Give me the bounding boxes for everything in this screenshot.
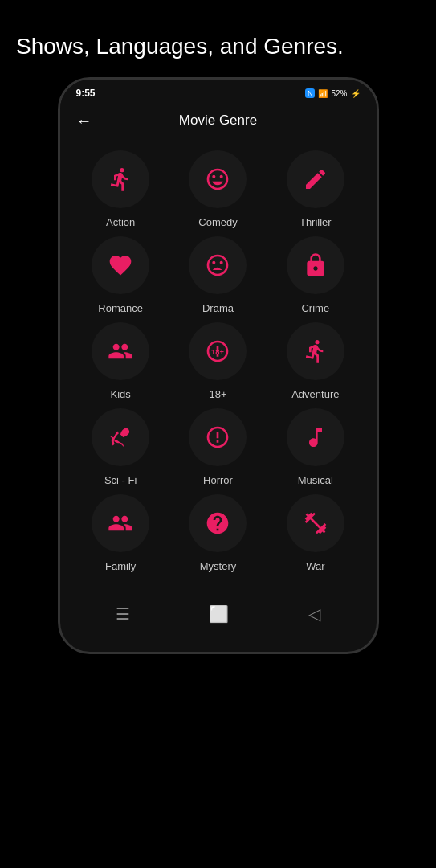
back-nav-icon[interactable]: ◁: [308, 604, 320, 624]
genre-label-kids: Kids: [111, 388, 131, 400]
genre-item-18plus[interactable]: 18+ 18+: [173, 322, 263, 400]
genre-item-drama[interactable]: Drama: [173, 236, 263, 314]
genre-circle-scifi: [92, 408, 149, 466]
genre-label-comedy: Comedy: [198, 216, 237, 228]
horror-icon: [205, 424, 230, 450]
genre-circle-family: [92, 494, 149, 552]
genre-item-adventure[interactable]: Adventure: [271, 322, 360, 400]
genre-label-family: Family: [105, 560, 136, 572]
genre-label-horror: Horror: [203, 474, 233, 486]
comedy-icon: [205, 166, 230, 192]
genre-circle-horror: [189, 408, 247, 466]
genre-label-adventure: Adventure: [291, 388, 339, 400]
wifi-icon: 📶: [318, 89, 328, 98]
genre-item-comedy[interactable]: Comedy: [173, 150, 263, 228]
genre-circle-crime: [287, 236, 344, 294]
genre-label-war: War: [306, 560, 324, 572]
genre-item-scifi[interactable]: Sci - Fi: [76, 408, 165, 486]
genre-label-romance: Romance: [98, 302, 143, 314]
genre-item-musical[interactable]: Musical: [271, 408, 360, 486]
thriller-icon: [303, 166, 328, 192]
genre-circle-kids: [92, 322, 149, 380]
page-background-title: Shows, Languages, and Genres.: [0, 0, 436, 77]
genre-circle-drama: [189, 236, 247, 294]
musical-icon: [303, 424, 328, 450]
18plus-icon: 18+: [205, 338, 230, 364]
charging-icon: ⚡: [351, 89, 361, 98]
genre-item-war[interactable]: War: [271, 494, 360, 572]
crime-icon: [303, 252, 328, 278]
genre-circle-mystery: [189, 494, 247, 552]
genre-item-thriller[interactable]: Thriller: [271, 150, 360, 228]
app-header: ← Movie Genre: [60, 103, 377, 138]
family-icon: [108, 510, 133, 536]
adventure-icon: [303, 338, 328, 364]
genre-item-romance[interactable]: Romance: [76, 236, 165, 314]
genre-circle-action: [92, 150, 149, 208]
genre-item-kids[interactable]: Kids: [76, 322, 165, 400]
genre-item-action[interactable]: Action: [76, 150, 165, 228]
genre-label-musical: Musical: [298, 474, 333, 486]
kids-icon: [108, 338, 133, 364]
network-icon: N: [305, 88, 316, 98]
status-bar: 9:55 N 📶 52% ⚡: [60, 80, 377, 103]
status-time: 9:55: [76, 88, 96, 99]
war-icon: [303, 510, 328, 536]
genre-label-scifi: Sci - Fi: [104, 474, 137, 486]
home-icon[interactable]: ⬜: [209, 604, 229, 624]
page-title: Movie Genre: [179, 113, 257, 129]
nav-bar: ☰ ⬜ ◁: [60, 592, 377, 636]
genre-circle-romance: [92, 236, 149, 294]
back-button[interactable]: ←: [76, 112, 92, 130]
genre-label-crime: Crime: [301, 302, 329, 314]
phone-frame: 9:55 N 📶 52% ⚡ ← Movie Genre Action: [58, 77, 379, 654]
genre-circle-comedy: [189, 150, 247, 208]
battery-icon: 52%: [331, 89, 347, 98]
genre-item-mystery[interactable]: Mystery: [173, 494, 263, 572]
genre-circle-adventure: [287, 322, 344, 380]
svg-text:18+: 18+: [211, 348, 224, 356]
genre-circle-18plus: 18+: [189, 322, 247, 380]
genre-item-horror[interactable]: Horror: [173, 408, 263, 486]
status-icons: N 📶 52% ⚡: [305, 88, 361, 98]
genre-circle-thriller: [287, 150, 344, 208]
genre-label-mystery: Mystery: [200, 560, 237, 572]
drama-icon: [205, 252, 230, 278]
genre-label-action: Action: [106, 216, 135, 228]
mystery-icon: [205, 510, 230, 536]
menu-icon[interactable]: ☰: [116, 604, 130, 624]
genre-grid: Action Comedy Thriller: [60, 138, 377, 584]
genre-item-family[interactable]: Family: [76, 494, 165, 572]
genre-circle-war: [287, 494, 344, 552]
genre-circle-musical: [287, 408, 344, 466]
genre-label-thriller: Thriller: [299, 216, 332, 228]
action-icon: [108, 166, 133, 192]
genre-label-drama: Drama: [202, 302, 234, 314]
genre-label-18plus: 18+: [209, 388, 226, 400]
scifi-icon: [108, 424, 133, 450]
genre-item-crime[interactable]: Crime: [271, 236, 360, 314]
romance-icon: [108, 252, 133, 278]
